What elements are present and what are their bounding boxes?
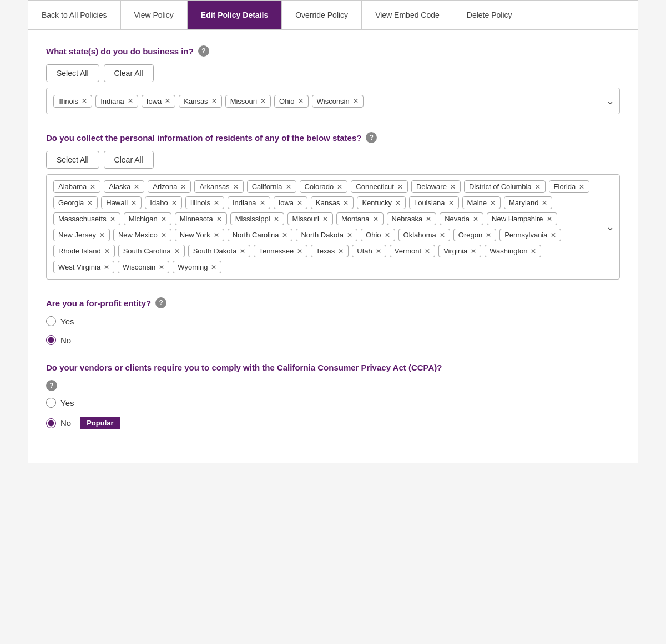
tag-remove-icon[interactable]: ✕ [87,199,93,207]
tag-item: Michigan ✕ [124,212,171,225]
tag-remove-icon[interactable]: ✕ [214,199,219,207]
tag-remove-icon[interactable]: ✕ [471,247,476,255]
tag-remove-icon[interactable]: ✕ [171,199,177,207]
tag-remove-icon[interactable]: ✕ [376,247,381,255]
section4-yes-radio[interactable] [46,398,56,408]
tab-view-policy[interactable]: View Policy [121,1,188,29]
tag-remove-icon[interactable]: ✕ [531,247,536,255]
section4-title: Do your vendors or clients require you t… [46,363,620,372]
tag-remove-icon[interactable]: ✕ [385,231,390,239]
tab-back[interactable]: Back to All Policies [28,1,121,29]
tag-remove-icon[interactable]: ✕ [490,199,496,207]
tag-remove-icon[interactable]: ✕ [535,183,541,191]
tag-remove-icon[interactable]: ✕ [347,231,352,239]
tag-remove-icon[interactable]: ✕ [161,231,167,239]
tag-remove-icon[interactable]: ✕ [426,215,431,223]
section4-no-radio[interactable] [46,418,56,428]
tag-item: Virginia ✕ [438,245,481,257]
tag-item: Texas ✕ [311,245,349,257]
tag-remove-icon[interactable]: ✕ [131,199,137,207]
tag-item: Idaho ✕ [145,196,182,209]
section4-no-option[interactable]: No Popular [46,417,620,429]
section1-clear-all[interactable]: Clear All [104,64,154,82]
tag-remove-icon[interactable]: ✕ [397,183,403,191]
tab-override-policy[interactable]: Override Policy [282,1,362,29]
tag-remove-icon[interactable]: ✕ [450,183,456,191]
section3-help-icon[interactable]: ? [155,297,167,308]
tag-remove-icon[interactable]: ✕ [128,97,133,105]
section1-chevron[interactable]: ⌄ [606,95,614,107]
tag-remove-icon[interactable]: ✕ [104,263,109,271]
tag-remove-icon[interactable]: ✕ [353,97,359,105]
tag-remove-icon[interactable]: ✕ [286,183,291,191]
tag-item: California ✕ [247,180,296,193]
tab-delete-policy[interactable]: Delete Policy [453,1,526,29]
section1-help-icon[interactable]: ? [198,45,209,57]
tag-remove-icon[interactable]: ✕ [233,183,239,191]
tag-remove-icon[interactable]: ✕ [486,231,491,239]
tag-remove-icon[interactable]: ✕ [99,231,105,239]
tag-remove-icon[interactable]: ✕ [440,231,445,239]
section2-help-icon[interactable]: ? [366,132,377,143]
tag-remove-icon[interactable]: ✕ [395,199,401,207]
tag-remove-icon[interactable]: ✕ [473,215,478,223]
tag-remove-icon[interactable]: ✕ [373,215,379,223]
tag-remove-icon[interactable]: ✕ [579,183,584,191]
tag-remove-icon[interactable]: ✕ [551,231,556,239]
tag-item: New Hampshire ✕ [487,212,557,225]
section3-yes-option[interactable]: Yes [46,316,620,326]
tag-item: Utah ✕ [352,245,386,257]
tag-remove-icon[interactable]: ✕ [547,215,552,223]
tag-remove-icon[interactable]: ✕ [180,183,186,191]
tag-remove-icon[interactable]: ✕ [104,247,110,255]
tag-item: Louisiana ✕ [409,196,459,209]
section2-tag-box-wrapper: Alabama ✕Alaska ✕Arizona ✕Arkansas ✕Cali… [46,174,620,280]
tag-remove-icon[interactable]: ✕ [214,231,219,239]
section2-clear-all[interactable]: Clear All [104,151,154,169]
tag-remove-icon[interactable]: ✕ [298,97,304,105]
tag-item: Minnesota ✕ [175,212,227,225]
tag-remove-icon[interactable]: ✕ [211,97,217,105]
section4-yes-option[interactable]: Yes [46,398,620,408]
tag-remove-icon[interactable]: ✕ [297,199,302,207]
section-ccpa: Do your vendors or clients require you t… [46,363,620,429]
tag-remove-icon[interactable]: ✕ [425,247,430,255]
tag-remove-icon[interactable]: ✕ [297,247,302,255]
tag-remove-icon[interactable]: ✕ [165,97,170,105]
tag-remove-icon[interactable]: ✕ [322,215,328,223]
section4-help-icon[interactable]: ? [46,380,57,391]
tag-remove-icon[interactable]: ✕ [542,199,547,207]
tag-remove-icon[interactable]: ✕ [282,231,287,239]
section1-title-text: What state(s) do you do business in? [46,47,194,56]
tag-remove-icon[interactable]: ✕ [134,183,139,191]
section2-select-all[interactable]: Select All [46,151,99,169]
section2-chevron[interactable]: ⌄ [606,221,614,233]
tag-remove-icon[interactable]: ✕ [343,199,349,207]
tag-item: Washington ✕ [485,245,541,257]
tag-item: Oklahoma ✕ [398,229,450,241]
tag-remove-icon[interactable]: ✕ [159,263,164,271]
section1-select-all[interactable]: Select All [46,64,99,82]
section3-yes-radio[interactable] [46,316,56,326]
tag-remove-icon[interactable]: ✕ [240,247,245,255]
tag-remove-icon[interactable]: ✕ [90,183,95,191]
tag-remove-icon[interactable]: ✕ [211,263,216,271]
section4-title-text: Do your vendors or clients require you t… [46,363,442,372]
section3-no-radio[interactable] [46,335,56,345]
tab-view-embed[interactable]: View Embed Code [362,1,453,29]
tag-remove-icon[interactable]: ✕ [174,247,180,255]
tag-remove-icon[interactable]: ✕ [448,199,454,207]
tag-remove-icon[interactable]: ✕ [274,215,279,223]
section1-tag-box-wrapper: Illinois ✕Indiana ✕Iowa ✕Kansas ✕Missour… [46,88,620,114]
tab-edit-policy[interactable]: Edit Policy Details [188,1,282,29]
tag-remove-icon[interactable]: ✕ [338,247,344,255]
tag-remove-icon[interactable]: ✕ [82,97,87,105]
tag-remove-icon[interactable]: ✕ [260,97,266,105]
tag-item: Maryland ✕ [504,196,552,209]
tag-remove-icon[interactable]: ✕ [260,199,265,207]
tag-remove-icon[interactable]: ✕ [110,215,115,223]
section3-no-option[interactable]: No [46,335,620,345]
tag-remove-icon[interactable]: ✕ [337,183,342,191]
tag-remove-icon[interactable]: ✕ [161,215,167,223]
tag-remove-icon[interactable]: ✕ [216,215,222,223]
